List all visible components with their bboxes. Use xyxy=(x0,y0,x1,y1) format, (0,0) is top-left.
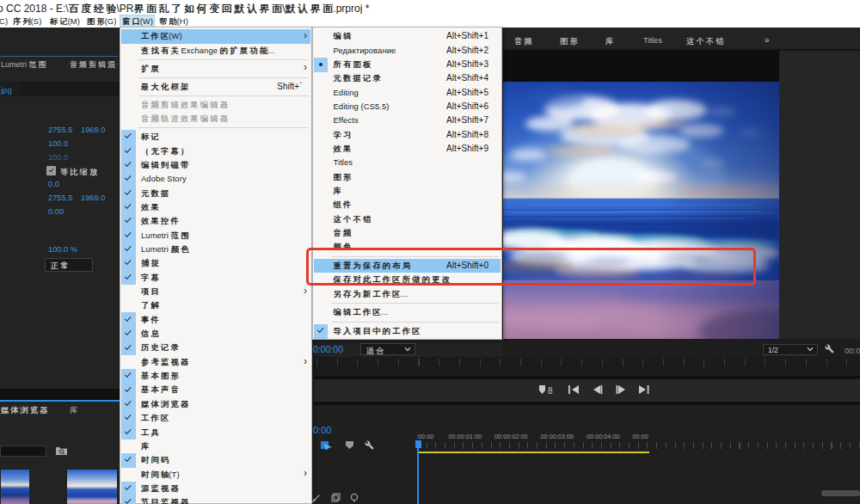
svg-text:8: 8 xyxy=(548,385,553,395)
